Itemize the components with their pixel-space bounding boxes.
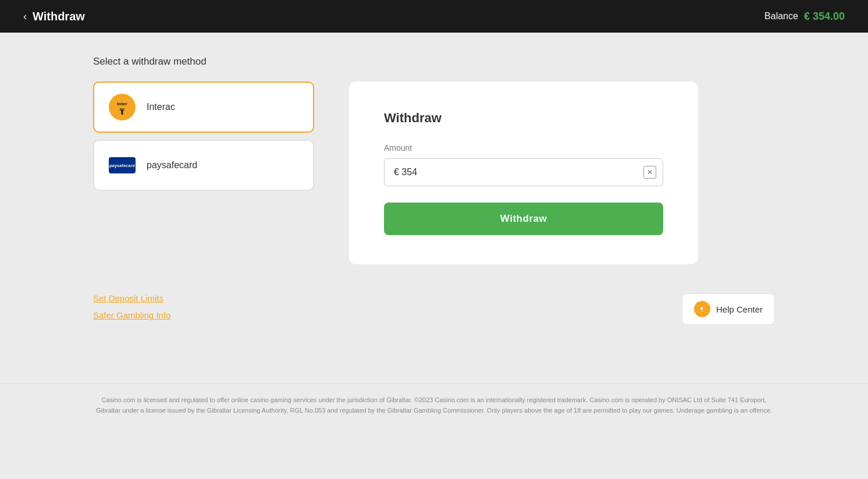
paysafe-icon-wrapper: paysafecard: [108, 151, 136, 179]
balance-amount: € 354.00: [804, 10, 845, 23]
set-deposit-limits-link[interactable]: Set Deposit Limits: [93, 293, 170, 303]
svg-rect-2: [702, 310, 703, 311]
paysafe-icon-text: paysafecard: [109, 164, 135, 168]
method-name-paysafecard: paysafecard: [147, 160, 197, 171]
interac-icon: Inter ac: [109, 94, 136, 120]
footer: Casino.com is licensed and regulated to …: [0, 383, 868, 427]
methods-panel: Inter ac Interac paysafecard paysafecard: [93, 81, 314, 191]
header: ‹ Withdraw Balance € 354.00: [0, 0, 868, 33]
header-left: ‹ Withdraw: [23, 10, 85, 23]
withdraw-panel: Withdraw Amount ✕ Withdraw: [349, 81, 698, 264]
main-content: Select a withdraw method Inter ac Intera…: [0, 33, 868, 348]
paysafe-icon: paysafecard: [109, 157, 136, 173]
help-center-label: Help Center: [716, 304, 763, 314]
amount-input-wrapper: ✕: [384, 158, 663, 186]
page-title: Withdraw: [33, 10, 85, 23]
section-title: Select a withdraw method: [93, 56, 775, 68]
interac-icon-text: Inter ac: [117, 102, 127, 112]
interac-icon-wrapper: Inter ac: [108, 93, 136, 121]
balance-label: Balance: [764, 11, 798, 22]
method-card-interac[interactable]: Inter ac Interac: [93, 81, 314, 133]
back-button[interactable]: ‹: [23, 10, 27, 23]
withdraw-form-title: Withdraw: [384, 111, 663, 126]
amount-input[interactable]: [384, 158, 663, 186]
svg-rect-1: [700, 307, 703, 310]
clear-amount-button[interactable]: ✕: [643, 166, 656, 179]
method-name-interac: Interac: [147, 102, 175, 112]
amount-label: Amount: [384, 143, 663, 152]
bottom-links: Set Deposit Limits Safer Gambling Info H…: [93, 293, 775, 325]
method-card-paysafecard[interactable]: paysafecard paysafecard: [93, 140, 314, 191]
safer-gambling-link[interactable]: Safer Gambling Info: [93, 310, 170, 320]
help-center-icon: [694, 301, 710, 317]
header-right: Balance € 354.00: [764, 10, 845, 23]
footer-text: Casino.com is licensed and regulated to …: [93, 395, 775, 416]
content-layout: Inter ac Interac paysafecard paysafecard: [93, 81, 775, 264]
links-left: Set Deposit Limits Safer Gambling Info: [93, 293, 170, 320]
help-center-button[interactable]: Help Center: [682, 293, 775, 325]
withdraw-button[interactable]: Withdraw: [384, 203, 663, 235]
